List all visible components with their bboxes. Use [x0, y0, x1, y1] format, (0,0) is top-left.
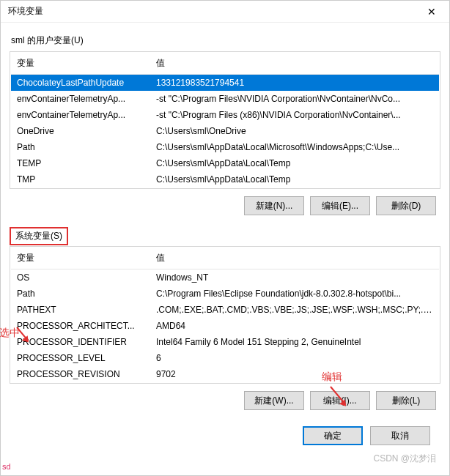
table-row[interactable]: ChocolateyLastPathUpdate1331219835217945… [11, 75, 439, 92]
cell-value: C:\Users\sml\AppData\Local\Temp [150, 171, 439, 187]
cell-variable: envContainerTelemetryAp... [11, 107, 150, 123]
table-header: 变量 值 [11, 248, 439, 269]
system-delete-button[interactable]: 删除(L) [376, 391, 436, 410]
table-row[interactable]: PATHEXT.COM;.EXE;.BAT;.CMD;.VBS;.VBE;.JS… [11, 302, 439, 318]
system-vars-label: 系统变量(S) [10, 227, 68, 245]
window-title: 环境变量 [8, 5, 43, 18]
close-button[interactable]: ✕ [417, 1, 446, 22]
col-value[interactable]: 值 [150, 53, 439, 75]
cell-variable: OS [11, 269, 150, 286]
cell-variable: PATHEXT [11, 302, 150, 318]
table-row[interactable]: PROCESSOR_REVISION9702 [11, 366, 439, 382]
cell-value: -st "C:\Program Files (x86)\NVIDIA Corpo… [150, 107, 439, 123]
cell-value: 6 [150, 350, 439, 366]
cell-value: C:\Users\sml\AppData\Local\Temp [150, 155, 439, 171]
table-row[interactable]: PROCESSOR_IDENTIFIERIntel64 Family 6 Mod… [11, 334, 439, 350]
user-vars-table[interactable]: 变量 值 ChocolateyLastPathUpdate13312198352… [11, 53, 439, 187]
corner-text: sd [2, 462, 11, 471]
cell-variable: PROCESSOR_IDENTIFIER [11, 334, 150, 350]
user-delete-button[interactable]: 删除(D) [376, 196, 436, 215]
table-row[interactable]: TMPC:\Users\sml\AppData\Local\Temp [11, 171, 439, 187]
cell-value: 133121983521794541 [150, 75, 439, 92]
ok-button[interactable]: 确定 [303, 426, 363, 445]
table-row[interactable]: envContainerTelemetryAp...-st "C:\Progra… [11, 107, 439, 123]
dialog-body: sml 的用户变量(U) 变量 值 ChocolateyLastPathUpda… [1, 23, 449, 453]
cell-variable: Path [11, 286, 150, 302]
system-vars-table[interactable]: 变量 值 OSWindows_NTPathC:\Program Files\Ec… [11, 248, 439, 382]
cell-variable: TEMP [11, 155, 150, 171]
cell-value: .COM;.EXE;.BAT;.CMD;.VBS;.VBE;.JS;.JSE;.… [150, 302, 439, 318]
environment-variables-dialog: 环境变量 ✕ sml 的用户变量(U) 变量 值 ChocolateyLastP… [0, 0, 450, 476]
system-buttons-row: 新建(W)... 编辑(I)... 删除(L) [10, 384, 440, 417]
cell-value: C:\Users\sml\OneDrive [150, 123, 439, 139]
table-row[interactable]: envContainerTelemetryAp...-st "C:\Progra… [11, 91, 439, 107]
title-bar: 环境变量 ✕ [1, 1, 449, 23]
user-vars-panel: 变量 值 ChocolateyLastPathUpdate13312198352… [10, 51, 440, 189]
table-row[interactable]: PathC:\Program Files\Eclipse Foundation\… [11, 286, 439, 302]
table-row[interactable]: OneDriveC:\Users\sml\OneDrive [11, 123, 439, 139]
cell-value: C:\Users\sml\AppData\Local\Microsoft\Win… [150, 139, 439, 155]
cancel-button[interactable]: 取消 [370, 426, 430, 445]
cell-variable: envContainerTelemetryAp... [11, 91, 150, 107]
table-row[interactable]: OSWindows_NT [11, 269, 439, 286]
cell-value: AMD64 [150, 318, 439, 334]
user-edit-button[interactable]: 编辑(E)... [310, 196, 370, 215]
cell-variable: PROCESSOR_REVISION [11, 366, 150, 382]
dialog-footer: 确定 取消 [10, 422, 440, 445]
watermark: CSDN @沈梦泪 [373, 453, 436, 465]
cell-variable: OneDrive [11, 123, 150, 139]
col-variable[interactable]: 变量 [11, 248, 150, 269]
table-row[interactable]: PROCESSOR_ARCHITECT...AMD64 [11, 318, 439, 334]
user-buttons-row: 新建(N)... 编辑(E)... 删除(D) [10, 189, 440, 223]
cell-value: 9702 [150, 366, 439, 382]
col-variable[interactable]: 变量 [11, 53, 150, 75]
cell-variable: ChocolateyLastPathUpdate [11, 75, 150, 92]
system-edit-button[interactable]: 编辑(I)... [310, 391, 370, 410]
system-new-button[interactable]: 新建(W)... [244, 391, 304, 410]
cell-value: Intel64 Family 6 Model 151 Stepping 2, G… [150, 334, 439, 350]
cell-variable: PROCESSOR_ARCHITECT... [11, 318, 150, 334]
table-row[interactable]: PathC:\Users\sml\AppData\Local\Microsoft… [11, 139, 439, 155]
user-vars-label: sml 的用户变量(U) [10, 31, 440, 50]
cell-value: C:\Program Files\Eclipse Foundation\jdk-… [150, 286, 439, 302]
close-icon: ✕ [427, 6, 436, 18]
system-vars-panel: 变量 值 OSWindows_NTPathC:\Program Files\Ec… [10, 246, 440, 384]
cell-value: Windows_NT [150, 269, 439, 286]
cell-variable: PROCESSOR_LEVEL [11, 350, 150, 366]
cell-value: -st "C:\Program Files\NVIDIA Corporation… [150, 91, 439, 107]
cell-variable: TMP [11, 171, 150, 187]
cell-variable: Path [11, 139, 150, 155]
table-header: 变量 值 [11, 53, 439, 75]
table-row[interactable]: TEMPC:\Users\sml\AppData\Local\Temp [11, 155, 439, 171]
col-value[interactable]: 值 [150, 248, 439, 269]
table-row[interactable]: PROCESSOR_LEVEL6 [11, 350, 439, 366]
user-new-button[interactable]: 新建(N)... [244, 196, 304, 215]
